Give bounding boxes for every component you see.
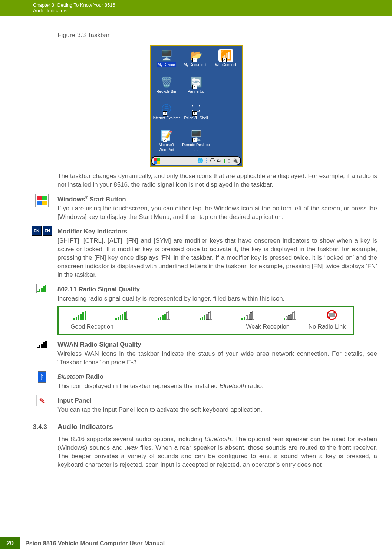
svg-rect-31 xyxy=(286,317,287,320)
signal-1-icon xyxy=(284,309,296,321)
network-tray-icon[interactable]: 🌐 xyxy=(197,157,203,164)
wordpad-icon: 📝 xyxy=(159,129,174,142)
section-body: Wireless WAN icons in the taskbar indica… xyxy=(57,350,377,367)
svg-rect-30 xyxy=(284,318,285,320)
svg-rect-16 xyxy=(167,312,168,320)
desktop-icon-ie[interactable]: ⓔ Internet Explorer xyxy=(152,102,181,128)
page-header: Chapter 3: Getting To Know Your 8516 Aud… xyxy=(0,0,392,16)
power-tray-icon[interactable]: 🔌 xyxy=(232,157,238,164)
svg-rect-7 xyxy=(118,317,119,320)
desktop-empty xyxy=(211,75,240,101)
svg-rect-25 xyxy=(244,317,245,320)
svg-rect-21 xyxy=(206,314,208,320)
desktop-icon-wificonnect[interactable]: 📶 WiFiConnect xyxy=(211,48,240,74)
audio-body: The 8516 supports several audio options,… xyxy=(57,435,377,469)
svg-rect-8 xyxy=(120,315,121,320)
pcmcia-tray-icon[interactable]: 🗂 xyxy=(217,157,221,164)
sync-icon: 🔄 xyxy=(189,76,204,89)
wifi-icon: 📶 xyxy=(218,49,233,62)
section-title: 802.11 Radio Signal Quality xyxy=(57,285,377,294)
desktop-icon-partnerup[interactable]: 🔄 PartnerUp xyxy=(182,75,211,101)
section-input-panel: ✎ Input Panel You can tap the Input Pane… xyxy=(57,397,377,414)
footer-title: Psion 8516 Vehicle-Mount Computer User M… xyxy=(20,537,165,549)
windows-logo-icon xyxy=(31,194,53,209)
psionvu-icon: 🖵 xyxy=(189,102,204,116)
computer-icon: 🖥️ xyxy=(159,49,174,62)
start-button-icon[interactable] xyxy=(154,158,160,164)
svg-rect-22 xyxy=(208,312,210,320)
svg-rect-34 xyxy=(293,312,294,320)
svg-rect-32 xyxy=(288,315,290,320)
desktop-icon-my-documents[interactable]: 📂 My Documents xyxy=(182,48,211,74)
desktop-empty xyxy=(211,128,240,154)
screen-tray-icon[interactable]: 🖵 xyxy=(210,157,215,164)
section-title: Bluetooth Radio xyxy=(57,373,377,381)
svg-rect-10 xyxy=(124,312,126,320)
desktop-icon-my-device[interactable]: 🖥️ My Device xyxy=(152,48,181,74)
svg-rect-5 xyxy=(85,311,86,320)
svg-rect-27 xyxy=(248,314,250,320)
section-title: Modifier Key Indicators xyxy=(57,227,377,236)
svg-rect-17 xyxy=(169,311,170,320)
header-section: Audio Indicators xyxy=(33,8,392,13)
section-body: Increasing radio signal quality is repre… xyxy=(57,295,377,303)
svg-rect-26 xyxy=(246,315,247,320)
svg-rect-3 xyxy=(80,314,82,320)
signal-tray-icon[interactable]: ▮ xyxy=(223,157,226,164)
label-good: Good Reception xyxy=(59,323,125,331)
page-footer: 20 Psion 8516 Vehicle-Mount Computer Use… xyxy=(0,537,165,549)
section-body: If you are using the touchscreen, you ca… xyxy=(57,204,377,221)
section-body: You can tap the Input Panel icon to acti… xyxy=(57,406,377,414)
page-number: 20 xyxy=(0,537,20,549)
svg-rect-19 xyxy=(202,317,203,320)
page-content: Figure 3.3 Taskbar 🖥️ My Device 📂 My Doc… xyxy=(0,31,392,469)
svg-rect-24 xyxy=(241,318,243,320)
section-number: 3.4.3 xyxy=(0,423,57,431)
desktop: 🖥️ My Device 📂 My Documents 📶 WiFiConnec… xyxy=(151,46,242,155)
signal-5-icon xyxy=(115,309,128,321)
signal2-tray-icon[interactable]: ▯ xyxy=(228,157,230,164)
taskbar: 🌐 ᛒ 🖵 🗂 ▮ ▯ 🔌 xyxy=(151,156,241,165)
svg-rect-9 xyxy=(122,314,123,320)
folder-icon: 📂 xyxy=(189,49,204,62)
desktop-icon-psionvu[interactable]: 🖵 PsionVU Shell xyxy=(182,102,211,128)
remote-desktop-icon: 🖥️ xyxy=(189,129,204,142)
signal-quality-table: Good Reception Weak Reception No Radio L… xyxy=(57,306,354,335)
device-screenshot: 🖥️ My Device 📂 My Documents 📶 WiFiConnec… xyxy=(150,45,243,167)
figure-caption: Figure 3.3 Taskbar xyxy=(57,31,392,40)
desktop-icon-recycle-bin[interactable]: 🗑️ Recycle Bin xyxy=(152,75,181,101)
svg-rect-18 xyxy=(200,318,201,320)
section-windows-start: Windows® Start Button If you are using t… xyxy=(57,195,377,221)
figure-image: 🖥️ My Device 📂 My Documents 📶 WiFiConnec… xyxy=(0,45,392,167)
svg-rect-2 xyxy=(78,315,79,320)
desktop-icon-wordpad[interactable]: 📝 Microsoft WordPad xyxy=(152,128,181,154)
section-bluetooth: ᛒ Bluetooth Radio This icon displayed in… xyxy=(57,373,377,391)
desktop-empty xyxy=(211,102,240,128)
wwan-signal-icon xyxy=(31,339,53,354)
section-title: Input Panel xyxy=(57,397,377,405)
svg-rect-15 xyxy=(164,314,166,320)
signal-6-icon xyxy=(73,309,86,321)
section-modifier-keys: FN FN Modifier Key Indicators [SHIFT], [… xyxy=(57,227,377,279)
section-title: Windows® Start Button xyxy=(57,195,377,204)
fn-key-icon: FN FN xyxy=(31,226,53,241)
bluetooth-icon: ᛒ xyxy=(31,371,53,386)
svg-rect-14 xyxy=(162,315,164,320)
section-wwan: WWAN Radio Signal Quality Wireless WAN i… xyxy=(57,341,377,367)
svg-rect-13 xyxy=(160,317,161,320)
stylus-icon: ✎ xyxy=(31,395,53,410)
section-title: Audio Indicators xyxy=(57,422,113,431)
signal-2-icon xyxy=(241,309,254,321)
desktop-icon-remote-desktop[interactable]: 🖥️ Remote Desktop … xyxy=(182,128,211,154)
bluetooth-tray-icon[interactable]: ᛒ xyxy=(205,157,208,164)
svg-rect-1 xyxy=(76,317,77,320)
signal-bars-icon xyxy=(31,284,53,299)
section-body: [SHIFT], [CTRL], [ALT], [FN] and [SYM] a… xyxy=(57,237,377,279)
signal-icons-row xyxy=(59,307,353,323)
svg-rect-20 xyxy=(204,315,205,320)
signal-3-icon xyxy=(200,309,212,321)
svg-rect-0 xyxy=(73,318,75,320)
section-body: This icon displayed in the taskbar repre… xyxy=(57,382,377,391)
section-title: WWAN Radio Signal Quality xyxy=(57,341,377,349)
svg-rect-29 xyxy=(253,311,254,320)
